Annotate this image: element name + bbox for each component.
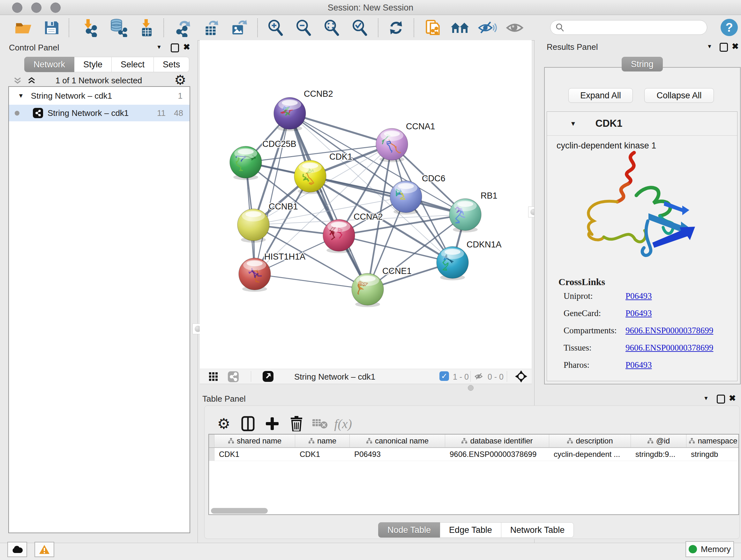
- cloud-button[interactable]: [7, 542, 27, 557]
- tab-sets[interactable]: Sets: [154, 57, 189, 72]
- table-cell[interactable]: stringdb: [686, 448, 739, 461]
- results-panel-close-button[interactable]: ✖: [732, 42, 739, 51]
- string-copy-network-button[interactable]: [422, 17, 443, 38]
- results-panel-float-button[interactable]: [720, 43, 728, 52]
- results-panel-title: Results Panel: [547, 42, 598, 52]
- table-cell[interactable]: cyclin-dependent ...: [549, 448, 631, 461]
- network-canvas[interactable]: CCNB2CCNA1CDC25BCDK1CDC6RB1CCNB1CCNA2CDK…: [200, 40, 532, 369]
- results-panel-menu-button[interactable]: ▼: [707, 44, 712, 50]
- tab-network[interactable]: Network: [24, 57, 74, 72]
- graphics-details-button[interactable]: [504, 17, 525, 38]
- network-node-CCNB2[interactable]: CCNB2: [274, 89, 333, 131]
- table-cell[interactable]: P06493: [350, 448, 445, 461]
- horizontal-splitter-handle[interactable]: [468, 385, 474, 391]
- column-header-canonical-name[interactable]: canonical name: [350, 435, 445, 447]
- tab-style[interactable]: Style: [74, 57, 112, 72]
- export-image-button[interactable]: [228, 17, 250, 38]
- help-button[interactable]: ?: [721, 19, 738, 36]
- network-node-CCNB1[interactable]: CCNB1: [238, 202, 298, 243]
- import-table-from-file-button[interactable]: [136, 17, 157, 38]
- control-panel-menu-button[interactable]: ▼: [156, 44, 162, 51]
- expand-all-button[interactable]: Expand All: [568, 88, 633, 103]
- create-column-button[interactable]: [262, 414, 282, 434]
- table-options-gear-icon[interactable]: ⚙: [213, 414, 234, 434]
- export-table-button[interactable]: [200, 17, 221, 38]
- zoom-out-button[interactable]: [293, 17, 314, 38]
- selected-checkbox[interactable]: ✓: [440, 371, 449, 381]
- table-cell[interactable]: CDK1: [295, 448, 350, 461]
- crosslink-value-link[interactable]: P06493: [625, 308, 652, 318]
- eye-slash-icon: [478, 18, 497, 37]
- zoom-selected-button[interactable]: [349, 17, 370, 38]
- crosslink-value-link[interactable]: P06493: [625, 291, 652, 301]
- network-edge[interactable]: [290, 113, 367, 289]
- tab-edge-table[interactable]: Edge Table: [440, 522, 501, 538]
- control-panel-float-button[interactable]: [171, 44, 179, 52]
- grid-view-icon[interactable]: [209, 372, 218, 381]
- network-node-HIST1H1A[interactable]: HIST1H1A: [239, 252, 306, 292]
- network-view-toolbar: String Network – cdk1 ✓ 1 - 0 0 - 0: [200, 369, 532, 384]
- zoom-fit-button[interactable]: [321, 17, 342, 38]
- table-cell[interactable]: CDK1: [214, 448, 295, 461]
- apply-layout-button[interactable]: [386, 17, 407, 38]
- search-input[interactable]: [564, 23, 707, 32]
- control-panel-tabs: Network Style Select Sets: [24, 57, 189, 72]
- tab-network-table[interactable]: Network Table: [501, 522, 574, 538]
- crosslink-value-link[interactable]: 9606.ENSP00000378699: [625, 326, 713, 335]
- collection-expander-icon[interactable]: ▼: [18, 92, 24, 99]
- string-hide-style-button[interactable]: [477, 17, 498, 38]
- save-session-button[interactable]: [41, 17, 62, 38]
- network-collection-row[interactable]: ▼ String Network – cdk1 1: [9, 87, 190, 105]
- open-in-window-icon[interactable]: [262, 371, 274, 382]
- export-network-button[interactable]: [172, 17, 193, 38]
- open-session-button[interactable]: [13, 17, 34, 38]
- birds-eye-view-icon[interactable]: [515, 370, 527, 382]
- control-panel-close-button[interactable]: ✖: [183, 43, 190, 51]
- warning-button[interactable]: [35, 542, 54, 557]
- network-edge[interactable]: [255, 113, 290, 274]
- column-header-database-identifier[interactable]: database identifier: [445, 435, 549, 447]
- import-network-from-file-button[interactable]: [78, 17, 99, 38]
- tab-node-table[interactable]: Node Table: [378, 522, 440, 538]
- table-panel-menu-button[interactable]: ▼: [703, 395, 709, 401]
- column-header-label: description: [576, 436, 613, 445]
- collapse-all-button[interactable]: Collapse All: [644, 88, 714, 103]
- toolbar-separator: [378, 18, 379, 37]
- table-row[interactable]: CDK1CDK1P064939606.ENSP00000378699cyclin…: [209, 448, 738, 461]
- zoom-in-button[interactable]: [265, 17, 286, 38]
- zoom-fit-icon: [322, 18, 341, 37]
- table-panel-float-button[interactable]: [717, 395, 725, 403]
- network-graph[interactable]: CCNB2CCNA1CDC25BCDK1CDC6RB1CCNB1CCNA2CDK…: [200, 40, 532, 369]
- network-share-view-icon[interactable]: [228, 371, 239, 382]
- table-cell[interactable]: 9606.ENSP00000378699: [445, 448, 549, 461]
- tab-select[interactable]: Select: [112, 57, 154, 72]
- import-network-from-database-button[interactable]: [107, 17, 128, 38]
- column-header-description[interactable]: description: [549, 435, 631, 447]
- table-horizontal-scrollbar[interactable]: [211, 508, 268, 514]
- column-header-@id[interactable]: @id: [631, 435, 686, 447]
- network-row[interactable]: String Network – cdk1 11 48: [9, 105, 190, 121]
- memory-button[interactable]: Memory: [685, 541, 734, 557]
- delete-column-button[interactable]: [286, 414, 307, 434]
- crosslink-value-link[interactable]: 9606.ENSP00000378699: [625, 343, 713, 353]
- control-panel: Control Panel ▼ ✖ Network Style Select S…: [0, 40, 198, 543]
- warning-icon: [39, 545, 50, 554]
- crosslink-value-link[interactable]: P06493: [625, 360, 652, 370]
- function-builder-button[interactable]: f(x): [333, 414, 353, 434]
- column-header-shared-name[interactable]: shared name: [214, 435, 295, 447]
- delete-table-button[interactable]: [310, 414, 330, 434]
- network-edge[interactable]: [255, 274, 367, 289]
- table-panel-close-button[interactable]: ✖: [729, 394, 736, 402]
- column-header-name[interactable]: name: [295, 435, 350, 447]
- column-header-namespace[interactable]: namespace: [686, 435, 739, 447]
- tab-string[interactable]: String: [622, 57, 663, 71]
- gene-expander-icon[interactable]: ▼: [570, 120, 576, 127]
- network-options-gear-icon[interactable]: ⚙: [174, 72, 186, 88]
- string-home-pair-button[interactable]: [449, 17, 470, 38]
- gene-section-header[interactable]: ▼ CDK1: [547, 112, 737, 136]
- network-node-CCNA1[interactable]: CCNA1: [376, 122, 435, 162]
- network-node-CDKN1A[interactable]: CDKN1A: [436, 240, 502, 280]
- network-node-RB1[interactable]: RB1: [449, 191, 497, 233]
- table-cell[interactable]: stringdb:9...: [631, 448, 686, 461]
- show-columns-button[interactable]: [238, 414, 258, 434]
